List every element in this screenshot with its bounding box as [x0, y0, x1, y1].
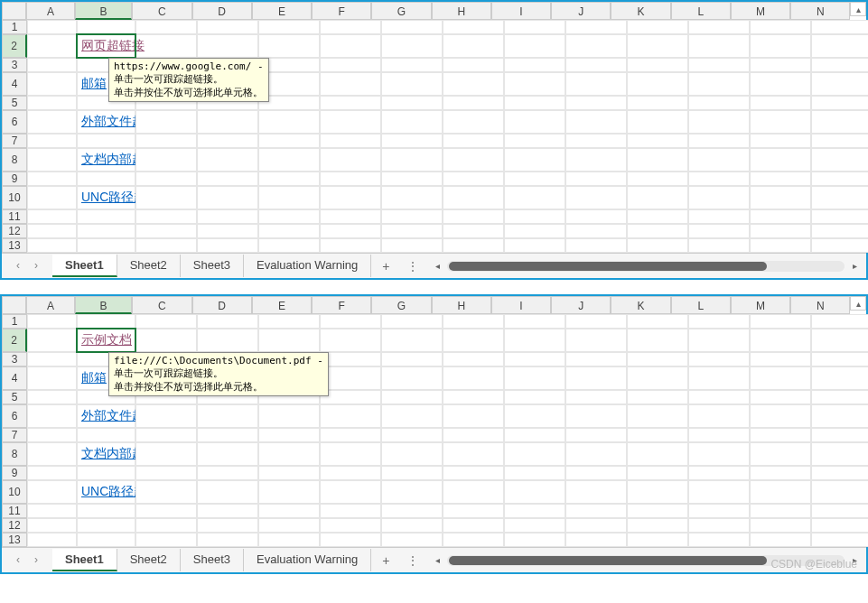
cell-B9[interactable]	[77, 466, 135, 480]
cell-N12[interactable]	[811, 518, 868, 533]
cell-N10[interactable]	[811, 480, 868, 504]
sheet-tab-Sheet2[interactable]: Sheet2	[117, 549, 181, 571]
cell-N4[interactable]	[811, 72, 868, 96]
cell-E7[interactable]	[258, 428, 320, 442]
cell-N2[interactable]	[811, 34, 868, 58]
cell-F7[interactable]	[320, 428, 381, 442]
cell-A9[interactable]	[27, 172, 77, 186]
cell-I3[interactable]	[504, 352, 565, 366]
cell-M2[interactable]	[750, 34, 811, 58]
cell-G1[interactable]	[381, 20, 443, 34]
sheet-tab-Evaluation-Warning[interactable]: Evaluation Warning	[244, 549, 371, 571]
cell-H11[interactable]	[443, 209, 504, 224]
cell-A6[interactable]	[27, 404, 77, 428]
cell-I11[interactable]	[504, 209, 565, 224]
cell-K5[interactable]	[627, 96, 688, 110]
cell-F10[interactable]	[320, 186, 381, 209]
col-header-B[interactable]: B	[75, 296, 132, 314]
cell-C10[interactable]	[135, 186, 197, 209]
cell-B12[interactable]	[77, 518, 135, 533]
cell-J2[interactable]	[565, 34, 627, 58]
cell-D11[interactable]	[197, 209, 258, 224]
hscroll-right-arrow[interactable]: ▸	[848, 261, 861, 271]
row-header-12[interactable]: 12	[2, 224, 27, 238]
cell-F12[interactable]	[320, 224, 381, 238]
cell-A9[interactable]	[27, 466, 77, 480]
cell-D11[interactable]	[197, 504, 258, 518]
cell-C12[interactable]	[135, 224, 197, 238]
cell-L13[interactable]	[688, 238, 750, 253]
cell-L4[interactable]	[688, 72, 750, 96]
add-sheet-button[interactable]: +	[371, 553, 400, 568]
col-header-F[interactable]: F	[312, 2, 371, 20]
cell-G8[interactable]	[381, 148, 443, 172]
cell-C2[interactable]	[135, 34, 197, 58]
cell-M3[interactable]	[750, 352, 811, 366]
cell-G13[interactable]	[381, 238, 443, 253]
cell-E9[interactable]	[258, 172, 320, 186]
cell-K5[interactable]	[627, 390, 688, 404]
cell-F11[interactable]	[320, 209, 381, 224]
sheet-tab-Sheet1[interactable]: Sheet1	[52, 255, 117, 277]
row-header-1[interactable]: 1	[2, 314, 27, 329]
row-header-13[interactable]: 13	[2, 533, 27, 547]
cell-L13[interactable]	[688, 533, 750, 547]
cell-C9[interactable]	[135, 466, 197, 480]
cell-I6[interactable]	[504, 110, 565, 134]
col-header-E[interactable]: E	[252, 296, 312, 314]
cell-H12[interactable]	[443, 224, 504, 238]
cell-B11[interactable]	[77, 504, 135, 518]
row-header-8[interactable]: 8	[2, 442, 27, 466]
cell-M11[interactable]	[750, 209, 811, 224]
cell-A10[interactable]	[27, 480, 77, 504]
cell-J3[interactable]	[565, 352, 627, 366]
cell-B7[interactable]	[77, 134, 135, 148]
cell-A12[interactable]	[27, 224, 77, 238]
cell-E1[interactable]	[258, 20, 320, 34]
cell-D13[interactable]	[197, 533, 258, 547]
cell-L3[interactable]	[688, 352, 750, 366]
cell-G4[interactable]	[381, 366, 443, 390]
cell-I12[interactable]	[504, 224, 565, 238]
row-header-7[interactable]: 7	[2, 428, 27, 442]
cell-F11[interactable]	[320, 504, 381, 518]
tab-more-button[interactable]: ⋮	[400, 554, 425, 567]
cell-C6[interactable]	[135, 110, 197, 134]
cell-G7[interactable]	[381, 428, 443, 442]
cell-L5[interactable]	[688, 96, 750, 110]
cell-N9[interactable]	[811, 172, 868, 186]
cell-M5[interactable]	[750, 390, 811, 404]
cell-K1[interactable]	[627, 20, 688, 34]
cell-G3[interactable]	[381, 58, 443, 72]
cell-N3[interactable]	[811, 58, 868, 72]
hscroll-left-arrow[interactable]: ◂	[431, 261, 443, 271]
cell-H10[interactable]	[443, 186, 504, 209]
cell-F4[interactable]	[320, 366, 381, 390]
cell-A3[interactable]	[27, 58, 77, 72]
cell-A3[interactable]	[27, 352, 77, 366]
cell-N3[interactable]	[811, 352, 868, 366]
cell-K8[interactable]	[627, 442, 688, 466]
cell-I7[interactable]	[504, 428, 565, 442]
cell-H6[interactable]	[443, 110, 504, 134]
cell-B7[interactable]	[77, 428, 135, 442]
cell-J4[interactable]	[565, 366, 627, 390]
row-header-2[interactable]: 2	[2, 34, 27, 58]
cell-I8[interactable]	[504, 442, 565, 466]
cell-C13[interactable]	[135, 533, 197, 547]
cell-E8[interactable]	[258, 148, 320, 172]
cell-A5[interactable]	[27, 96, 77, 110]
cell-N5[interactable]	[811, 390, 868, 404]
row-header-11[interactable]: 11	[2, 209, 27, 224]
cell-I13[interactable]	[504, 533, 565, 547]
cell-A11[interactable]	[27, 504, 77, 518]
cell-J10[interactable]	[565, 480, 627, 504]
cell-F10[interactable]	[320, 480, 381, 504]
cell-H3[interactable]	[443, 58, 504, 72]
cell-M9[interactable]	[750, 172, 811, 186]
cell-K11[interactable]	[627, 504, 688, 518]
cell-H5[interactable]	[443, 96, 504, 110]
cell-F1[interactable]	[320, 314, 381, 329]
cell-B8[interactable]: 文档内部超链接	[77, 442, 135, 466]
cell-L1[interactable]	[688, 20, 750, 34]
